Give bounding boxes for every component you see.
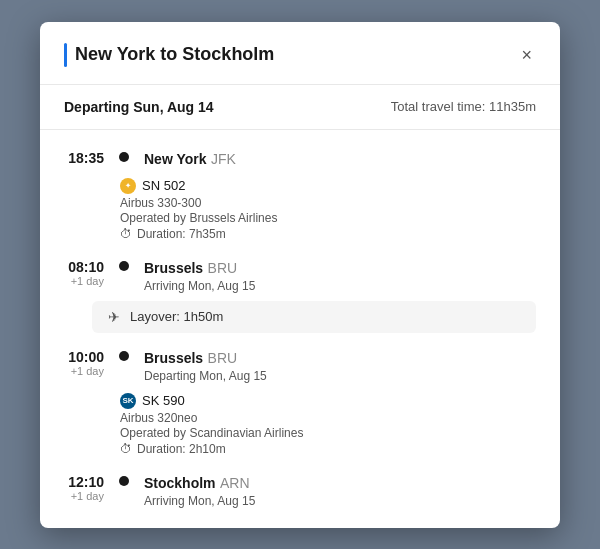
stop-dot <box>119 476 129 486</box>
dot-col <box>116 349 132 361</box>
arrival-label: Arriving Mon, Aug 15 <box>144 279 536 293</box>
flight-segment-1: ✦ SN 502 Airbus 330-300 Operated by Brus… <box>40 172 560 247</box>
time-column: 10:00 +1 day <box>64 349 116 377</box>
stop-row: 12:10 +1 day Stockholm ARN Arriving Mon,… <box>40 462 560 512</box>
arrival-label: Arriving Mon, Aug 15 <box>144 494 536 508</box>
day-offset: +1 day <box>64 365 104 377</box>
flight-number: SN 502 <box>142 178 185 193</box>
flight-info: SK SK 590 Airbus 320neo Operated by Scan… <box>120 393 536 456</box>
airport-code: BRU <box>208 260 238 276</box>
flight-info: ✦ SN 502 Airbus 330-300 Operated by Brus… <box>120 178 536 241</box>
clock-icon: ⏱ <box>120 442 132 456</box>
city-name: Brussels <box>144 350 203 366</box>
day-offset: +1 day <box>64 490 104 502</box>
dot-col <box>116 150 132 162</box>
time-column: 18:35 <box>64 150 116 166</box>
clock-icon: ⏱ <box>120 227 132 241</box>
dot-col <box>116 474 132 486</box>
total-duration: Total travel time: 11h35m <box>391 99 536 114</box>
city-name: Brussels <box>144 260 203 276</box>
flight-details-modal: New York to Stockholm × Departing Sun, A… <box>40 22 560 528</box>
operator: Operated by Scandinavian Airlines <box>120 426 536 440</box>
stop-dot <box>119 152 129 162</box>
arrival-time: 08:10 <box>64 259 104 275</box>
title-accent-bar <box>64 43 67 67</box>
itinerary: 18:35 New York JFK ✦ SN 502 Airbus 330-3… <box>40 130 560 528</box>
airport-code: BRU <box>208 350 238 366</box>
airport-code: JFK <box>211 151 236 167</box>
duration-row: ⏱ Duration: 2h10m <box>120 442 536 456</box>
title-group: New York to Stockholm <box>64 43 274 67</box>
flight-number-row: SK SK 590 <box>120 393 536 409</box>
duration-row: ⏱ Duration: 7h35m <box>120 227 536 241</box>
stop-row: 08:10 +1 day Brussels BRU Arriving Mon, … <box>40 247 560 297</box>
day-offset: +1 day <box>64 275 104 287</box>
dot-col <box>116 259 132 271</box>
departure-label: Departing Mon, Aug 15 <box>144 369 536 383</box>
time-column: 12:10 +1 day <box>64 474 116 502</box>
modal-header: New York to Stockholm × <box>40 22 560 85</box>
stop-info: Brussels BRU Arriving Mon, Aug 15 <box>132 259 536 293</box>
trip-meta-bar: Departing Sun, Aug 14 Total travel time:… <box>40 85 560 130</box>
departure-time: 10:00 <box>64 349 104 365</box>
departure-date: Departing Sun, Aug 14 <box>64 99 214 115</box>
city-name: Stockholm <box>144 475 216 491</box>
layover-label: Layover: 1h50m <box>130 309 223 324</box>
stop-info: Stockholm ARN Arriving Mon, Aug 15 <box>132 474 536 508</box>
aircraft-type: Airbus 330-300 <box>120 196 536 210</box>
aircraft-type: Airbus 320neo <box>120 411 536 425</box>
stop-info: New York JFK <box>132 150 536 168</box>
departure-time: 18:35 <box>64 150 104 166</box>
segment-duration: Duration: 7h35m <box>137 227 226 241</box>
airline-badge-sk: SK <box>120 393 136 409</box>
stop-dot <box>119 351 129 361</box>
airline-badge-sn: ✦ <box>120 178 136 194</box>
city-name: New York <box>144 151 207 167</box>
stop-row: 10:00 +1 day Brussels BRU Departing Mon,… <box>40 337 560 387</box>
stop-row: 18:35 New York JFK <box>40 138 560 172</box>
flight-segment-2: SK SK 590 Airbus 320neo Operated by Scan… <box>40 387 560 462</box>
flight-number: SK 590 <box>142 393 185 408</box>
operator: Operated by Brussels Airlines <box>120 211 536 225</box>
stop-dot <box>119 261 129 271</box>
close-button[interactable]: × <box>517 42 536 68</box>
stop-info: Brussels BRU Departing Mon, Aug 15 <box>132 349 536 383</box>
flight-number-row: ✦ SN 502 <box>120 178 536 194</box>
airport-code: ARN <box>220 475 250 491</box>
arrival-time: 12:10 <box>64 474 104 490</box>
segment-duration: Duration: 2h10m <box>137 442 226 456</box>
layover-row: ✈ Layover: 1h50m <box>92 301 536 333</box>
layover-icon: ✈ <box>108 309 120 325</box>
modal-title: New York to Stockholm <box>75 44 274 65</box>
time-column: 08:10 +1 day <box>64 259 116 287</box>
